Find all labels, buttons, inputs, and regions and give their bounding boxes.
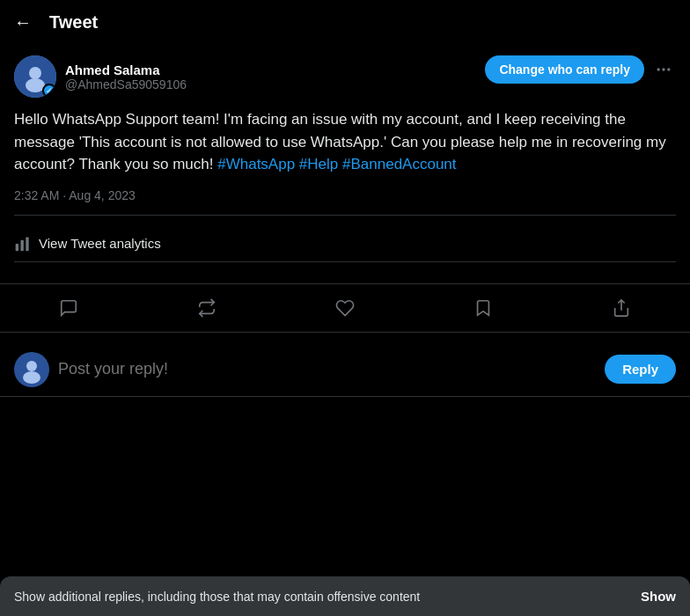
svg-point-3 <box>657 68 660 70</box>
analytics-row[interactable]: View Tweet analytics <box>14 226 676 261</box>
tweet-text-main: Hello WhatsApp Support team! I'm facing … <box>14 111 666 172</box>
retweet-button[interactable] <box>190 291 224 325</box>
change-who-can-reply-button[interactable]: Change who can reply <box>485 55 644 84</box>
tweet-timestamp: 2:32 AM · Aug 4, 2023 <box>14 188 676 202</box>
divider-1 <box>14 215 676 216</box>
svg-rect-6 <box>16 244 18 251</box>
divider-2 <box>14 261 676 262</box>
page-title: Tweet <box>49 12 98 33</box>
show-replies-button[interactable]: Show <box>641 589 676 604</box>
reply-avatar <box>14 352 49 387</box>
analytics-label: View Tweet analytics <box>39 236 161 251</box>
verified-badge: ✓ <box>42 84 56 98</box>
svg-point-11 <box>26 361 37 371</box>
banner-text: Show additional replies, including those… <box>14 590 627 604</box>
comment-button[interactable] <box>52 291 85 325</box>
hashtag-banned[interactable]: #BannedAccount <box>342 156 457 172</box>
hashtag-whatsapp[interactable]: #WhatsApp <box>217 156 295 172</box>
reply-area: Reply <box>0 343 690 397</box>
actions-row <box>0 283 690 333</box>
more-options-button[interactable] <box>651 57 676 82</box>
bottom-banner: Show additional replies, including those… <box>0 576 690 616</box>
tweet-author-info: ✓ Ahmed Salama @AhmedSa59059106 <box>14 55 187 98</box>
tweet-container: ✓ Ahmed Salama @AhmedSa59059106 Change w… <box>0 45 690 283</box>
user-handle: @AhmedSa59059106 <box>65 77 187 92</box>
reply-button[interactable]: Reply <box>605 355 676 384</box>
svg-point-5 <box>667 68 670 70</box>
avatar: ✓ <box>14 55 56 98</box>
analytics-icon <box>14 235 32 253</box>
tweet-header: ✓ Ahmed Salama @AhmedSa59059106 Change w… <box>14 55 676 98</box>
svg-point-12 <box>23 371 40 384</box>
tweet-header-actions: Change who can reply <box>485 55 676 84</box>
user-info: Ahmed Salama @AhmedSa59059106 <box>65 62 187 92</box>
hashtag-help[interactable]: #Help <box>299 156 338 172</box>
share-button[interactable] <box>605 291 638 325</box>
svg-rect-8 <box>26 237 28 251</box>
svg-point-4 <box>662 68 664 70</box>
tweet-text: Hello WhatsApp Support team! I'm facing … <box>14 108 676 176</box>
back-button[interactable]: ← <box>14 12 32 33</box>
like-button[interactable] <box>328 291 362 325</box>
user-name: Ahmed Salama <box>65 62 187 77</box>
bookmark-button[interactable] <box>466 291 500 325</box>
svg-rect-7 <box>21 239 24 251</box>
reply-input[interactable] <box>58 360 596 378</box>
svg-point-1 <box>29 67 41 79</box>
header: ← Tweet <box>0 0 690 45</box>
